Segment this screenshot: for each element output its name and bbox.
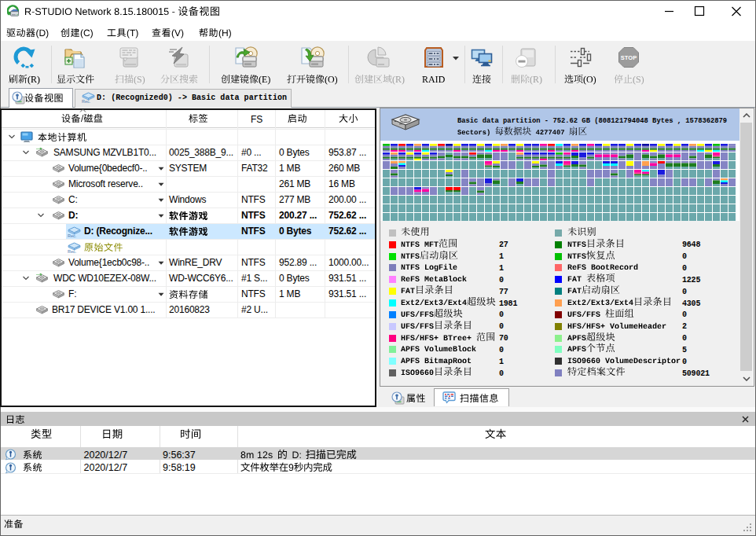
svg-text:STOP: STOP [621, 54, 637, 61]
svg-text:Rec.: Rec. [68, 249, 77, 254]
svg-text:Rec.: Rec. [82, 99, 91, 104]
svg-text:Rec.: Rec. [68, 233, 77, 238]
